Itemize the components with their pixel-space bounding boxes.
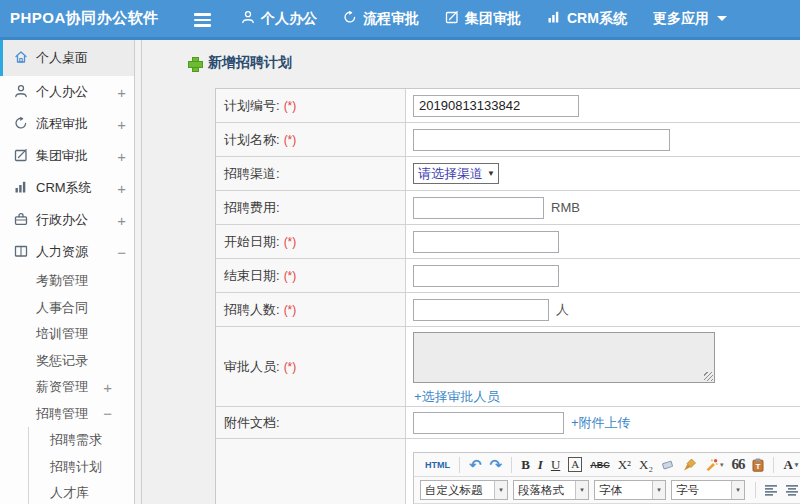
sidebar-item-7[interactable]: 人力资源− [0,236,134,268]
blockquote-button[interactable]: 66 [731,456,744,473]
superscript-button[interactable]: X² [618,457,631,473]
menu-toggle-icon[interactable] [194,13,211,30]
top-nav-1-person[interactable]: 个人办公 [228,0,330,37]
sidebar-item-5[interactable]: CRM系统+ [0,172,134,204]
nav-label: 流程审批 [363,10,419,28]
field-label-start-date: 开始日期:(*) [216,225,406,258]
top-nav-5-caret-down[interactable]: 更多应用 [640,0,740,37]
sidebar-item-1[interactable]: 个人桌面 [0,40,134,76]
sidebar-scrollbar[interactable] [134,40,142,504]
sidebar-subsubitem-2[interactable]: 招聘计划 [29,454,134,481]
book-icon [14,244,36,261]
field-value-headcount: 人 [406,293,800,326]
plan-name-input[interactable] [413,129,670,151]
select-value: 字号 [672,483,731,498]
subscript-button[interactable]: X₂ [639,457,653,473]
redo-icon[interactable]: ↷ [490,456,503,474]
chevron-down-icon: ▾ [795,461,799,469]
nav-label: CRM系统 [567,10,627,28]
chart-icon [547,10,567,27]
label-text: 附件文档: [224,414,280,432]
field-label-fee: 招聘费用: [216,191,406,224]
toolbar-separator [459,457,460,473]
sidebar-item-2[interactable]: 个人办公+ [0,76,134,108]
home-icon [14,50,36,67]
start-date-input[interactable] [413,231,559,253]
sidebar-subitem-3[interactable]: 培训管理 [0,321,134,348]
sidebar-item-label: 个人办公 [36,83,88,101]
paragraph-select[interactable]: 段落格式▾ [513,480,589,500]
sidebar-subitem-label: 奖惩记录 [36,352,88,370]
unit-label: 人 [556,301,569,319]
app-logo: PHPOA协同办公软件 [0,9,159,28]
page-title: 新增招聘计划 [188,54,292,72]
sidebar-subsubitem-1[interactable]: 招聘需求 [29,427,134,454]
channel-select[interactable]: 请选择渠道▼ [413,163,499,184]
expand-toggle-icon[interactable]: + [103,379,112,396]
bold-button[interactable]: B [521,457,530,473]
field-label-approvers: 审批人员:(*) [216,327,406,406]
top-nav-2-flow[interactable]: 流程审批 [330,0,432,37]
align-center-icon[interactable] [786,484,799,496]
attachment-input[interactable] [413,412,564,434]
eraser-icon[interactable] [661,458,675,471]
label-text: 计划名称: [224,131,280,149]
paste-icon[interactable]: T [752,458,764,472]
clean-format-icon[interactable] [683,458,697,472]
select-value: 字体 [595,483,652,498]
expand-toggle-icon[interactable]: + [117,148,126,165]
expand-toggle-icon[interactable]: + [117,84,126,101]
select-approvers-link[interactable]: +选择审批人员 [414,389,500,404]
font-border-button[interactable]: A [568,457,582,472]
attachment-upload-link[interactable]: +附件上传 [571,414,631,432]
chevron-down-icon: ▾ [731,481,744,499]
font-color-button[interactable]: A▾ [783,457,798,473]
sidebar-subitem-6[interactable]: 招聘管理− [0,401,134,428]
sidebar-subsubitem-label: 人才库 [50,484,89,502]
font-family-select[interactable]: 字体▾ [594,480,666,500]
sidebar-subitem-1[interactable]: 考勤管理 [0,268,134,295]
sidebar-item-6[interactable]: 行政办公+ [0,204,134,236]
approvers-textarea[interactable] [413,332,715,383]
format-painter-icon[interactable]: ▾ [705,458,724,471]
chevron-down-icon: ▼ [487,169,495,178]
field-value-plan-name [406,123,800,156]
sidebar-subitem-4[interactable]: 奖惩记录 [0,348,134,375]
form-row-headcount: 招聘人数:(*)人 [216,293,800,327]
top-nav-4-chart[interactable]: CRM系统 [534,0,640,37]
strikethrough-button[interactable]: ABC [590,460,610,470]
chevron-down-icon: ▾ [652,481,665,499]
sidebar-subsubitem-3[interactable]: 人才库 [29,480,134,504]
flow-icon [14,116,36,133]
sidebar-subitem-5[interactable]: 薪资管理+ [0,374,134,401]
font-size-select[interactable]: 字号▾ [671,480,745,500]
sidebar-subitem-label: 考勤管理 [36,272,88,290]
label-text: 审批人员: [224,358,280,376]
required-mark: (*) [284,235,297,249]
add-plus-icon [188,57,201,70]
end-date-input[interactable] [413,265,559,287]
sidebar-subitem-2[interactable]: 人事合同 [0,295,134,322]
sidebar-item-label: 流程审批 [36,115,88,133]
sidebar-item-3[interactable]: 流程审批+ [0,108,134,140]
expand-toggle-icon[interactable]: + [117,180,126,197]
headcount-input[interactable] [413,299,549,321]
custom-title-select[interactable]: 自定义标题▾ [420,480,508,500]
html-source-button[interactable]: HTML [425,460,450,470]
label-text: 计划编号: [224,97,280,115]
plan-no-input[interactable] [413,95,579,117]
expand-toggle-icon[interactable]: − [103,405,112,422]
field-label-headcount: 招聘人数:(*) [216,293,406,326]
undo-icon[interactable]: ↶ [469,456,482,474]
expand-toggle-icon[interactable]: + [117,212,126,229]
edit-icon [14,148,36,165]
top-nav-3-edit[interactable]: 集团审批 [432,0,534,37]
unit-label: RMB [551,200,580,215]
underline-button[interactable]: U [551,457,560,473]
fee-input[interactable] [413,197,544,219]
align-left-icon[interactable] [765,484,778,496]
sidebar-item-4[interactable]: 集团审批+ [0,140,134,172]
expand-toggle-icon[interactable]: − [117,244,126,261]
expand-toggle-icon[interactable]: + [117,116,126,133]
italic-button[interactable]: I [538,457,543,473]
